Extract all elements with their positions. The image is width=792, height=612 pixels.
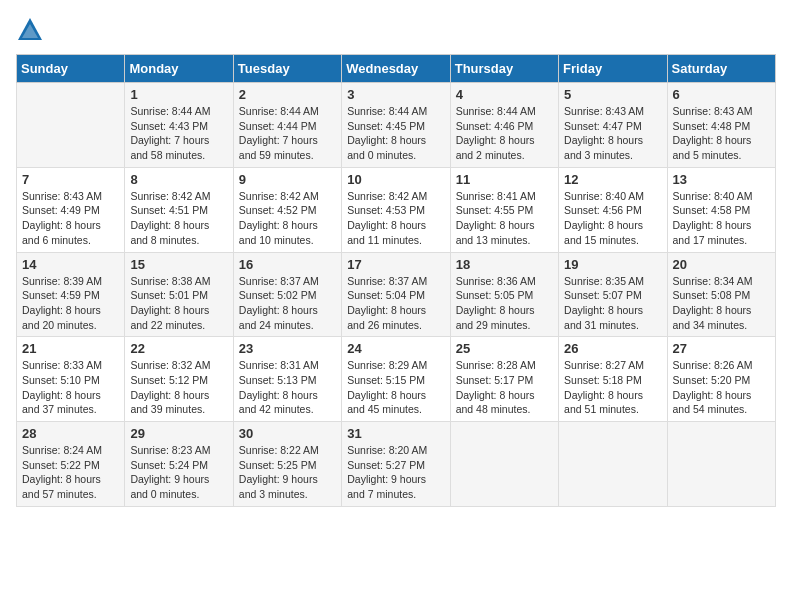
day-number: 21 bbox=[22, 341, 119, 356]
logo bbox=[16, 16, 48, 44]
page-header bbox=[16, 16, 776, 44]
day-info: Sunrise: 8:28 AM Sunset: 5:17 PM Dayligh… bbox=[456, 358, 553, 417]
calendar-cell: 9Sunrise: 8:42 AM Sunset: 4:52 PM Daylig… bbox=[233, 167, 341, 252]
calendar-cell: 25Sunrise: 8:28 AM Sunset: 5:17 PM Dayli… bbox=[450, 337, 558, 422]
calendar-cell: 29Sunrise: 8:23 AM Sunset: 5:24 PM Dayli… bbox=[125, 422, 233, 507]
calendar-week-row: 14Sunrise: 8:39 AM Sunset: 4:59 PM Dayli… bbox=[17, 252, 776, 337]
day-number: 23 bbox=[239, 341, 336, 356]
calendar-cell: 14Sunrise: 8:39 AM Sunset: 4:59 PM Dayli… bbox=[17, 252, 125, 337]
day-info: Sunrise: 8:27 AM Sunset: 5:18 PM Dayligh… bbox=[564, 358, 661, 417]
day-number: 31 bbox=[347, 426, 444, 441]
calendar-cell: 18Sunrise: 8:36 AM Sunset: 5:05 PM Dayli… bbox=[450, 252, 558, 337]
day-info: Sunrise: 8:43 AM Sunset: 4:49 PM Dayligh… bbox=[22, 189, 119, 248]
calendar-cell: 11Sunrise: 8:41 AM Sunset: 4:55 PM Dayli… bbox=[450, 167, 558, 252]
calendar-header: SundayMondayTuesdayWednesdayThursdayFrid… bbox=[17, 55, 776, 83]
calendar-week-row: 28Sunrise: 8:24 AM Sunset: 5:22 PM Dayli… bbox=[17, 422, 776, 507]
day-number: 11 bbox=[456, 172, 553, 187]
day-number: 20 bbox=[673, 257, 770, 272]
calendar-table: SundayMondayTuesdayWednesdayThursdayFrid… bbox=[16, 54, 776, 507]
calendar-cell: 28Sunrise: 8:24 AM Sunset: 5:22 PM Dayli… bbox=[17, 422, 125, 507]
day-number: 25 bbox=[456, 341, 553, 356]
day-info: Sunrise: 8:44 AM Sunset: 4:45 PM Dayligh… bbox=[347, 104, 444, 163]
calendar-cell: 15Sunrise: 8:38 AM Sunset: 5:01 PM Dayli… bbox=[125, 252, 233, 337]
day-info: Sunrise: 8:44 AM Sunset: 4:44 PM Dayligh… bbox=[239, 104, 336, 163]
calendar-cell: 20Sunrise: 8:34 AM Sunset: 5:08 PM Dayli… bbox=[667, 252, 775, 337]
day-info: Sunrise: 8:29 AM Sunset: 5:15 PM Dayligh… bbox=[347, 358, 444, 417]
calendar-cell: 4Sunrise: 8:44 AM Sunset: 4:46 PM Daylig… bbox=[450, 83, 558, 168]
calendar-cell: 22Sunrise: 8:32 AM Sunset: 5:12 PM Dayli… bbox=[125, 337, 233, 422]
day-info: Sunrise: 8:33 AM Sunset: 5:10 PM Dayligh… bbox=[22, 358, 119, 417]
day-number: 2 bbox=[239, 87, 336, 102]
day-number: 6 bbox=[673, 87, 770, 102]
day-number: 28 bbox=[22, 426, 119, 441]
day-number: 16 bbox=[239, 257, 336, 272]
weekday-header: Friday bbox=[559, 55, 667, 83]
day-info: Sunrise: 8:42 AM Sunset: 4:53 PM Dayligh… bbox=[347, 189, 444, 248]
day-info: Sunrise: 8:34 AM Sunset: 5:08 PM Dayligh… bbox=[673, 274, 770, 333]
day-info: Sunrise: 8:37 AM Sunset: 5:02 PM Dayligh… bbox=[239, 274, 336, 333]
day-info: Sunrise: 8:20 AM Sunset: 5:27 PM Dayligh… bbox=[347, 443, 444, 502]
calendar-cell: 8Sunrise: 8:42 AM Sunset: 4:51 PM Daylig… bbox=[125, 167, 233, 252]
calendar-body: 1Sunrise: 8:44 AM Sunset: 4:43 PM Daylig… bbox=[17, 83, 776, 507]
calendar-cell: 6Sunrise: 8:43 AM Sunset: 4:48 PM Daylig… bbox=[667, 83, 775, 168]
day-info: Sunrise: 8:44 AM Sunset: 4:46 PM Dayligh… bbox=[456, 104, 553, 163]
calendar-cell: 3Sunrise: 8:44 AM Sunset: 4:45 PM Daylig… bbox=[342, 83, 450, 168]
day-number: 8 bbox=[130, 172, 227, 187]
calendar-cell: 19Sunrise: 8:35 AM Sunset: 5:07 PM Dayli… bbox=[559, 252, 667, 337]
weekday-header: Saturday bbox=[667, 55, 775, 83]
day-number: 17 bbox=[347, 257, 444, 272]
day-number: 19 bbox=[564, 257, 661, 272]
day-number: 14 bbox=[22, 257, 119, 272]
day-info: Sunrise: 8:24 AM Sunset: 5:22 PM Dayligh… bbox=[22, 443, 119, 502]
day-number: 7 bbox=[22, 172, 119, 187]
day-info: Sunrise: 8:38 AM Sunset: 5:01 PM Dayligh… bbox=[130, 274, 227, 333]
day-info: Sunrise: 8:36 AM Sunset: 5:05 PM Dayligh… bbox=[456, 274, 553, 333]
calendar-cell: 10Sunrise: 8:42 AM Sunset: 4:53 PM Dayli… bbox=[342, 167, 450, 252]
day-number: 12 bbox=[564, 172, 661, 187]
calendar-cell: 27Sunrise: 8:26 AM Sunset: 5:20 PM Dayli… bbox=[667, 337, 775, 422]
calendar-cell: 17Sunrise: 8:37 AM Sunset: 5:04 PM Dayli… bbox=[342, 252, 450, 337]
calendar-cell bbox=[17, 83, 125, 168]
day-info: Sunrise: 8:42 AM Sunset: 4:51 PM Dayligh… bbox=[130, 189, 227, 248]
day-number: 1 bbox=[130, 87, 227, 102]
day-info: Sunrise: 8:44 AM Sunset: 4:43 PM Dayligh… bbox=[130, 104, 227, 163]
calendar-cell: 26Sunrise: 8:27 AM Sunset: 5:18 PM Dayli… bbox=[559, 337, 667, 422]
calendar-cell: 12Sunrise: 8:40 AM Sunset: 4:56 PM Dayli… bbox=[559, 167, 667, 252]
logo-icon bbox=[16, 16, 44, 44]
day-number: 29 bbox=[130, 426, 227, 441]
calendar-cell: 2Sunrise: 8:44 AM Sunset: 4:44 PM Daylig… bbox=[233, 83, 341, 168]
weekday-header: Sunday bbox=[17, 55, 125, 83]
calendar-week-row: 1Sunrise: 8:44 AM Sunset: 4:43 PM Daylig… bbox=[17, 83, 776, 168]
day-info: Sunrise: 8:40 AM Sunset: 4:56 PM Dayligh… bbox=[564, 189, 661, 248]
weekday-header: Thursday bbox=[450, 55, 558, 83]
calendar-week-row: 21Sunrise: 8:33 AM Sunset: 5:10 PM Dayli… bbox=[17, 337, 776, 422]
day-info: Sunrise: 8:22 AM Sunset: 5:25 PM Dayligh… bbox=[239, 443, 336, 502]
day-number: 18 bbox=[456, 257, 553, 272]
calendar-cell: 1Sunrise: 8:44 AM Sunset: 4:43 PM Daylig… bbox=[125, 83, 233, 168]
calendar-cell bbox=[450, 422, 558, 507]
day-number: 15 bbox=[130, 257, 227, 272]
day-info: Sunrise: 8:23 AM Sunset: 5:24 PM Dayligh… bbox=[130, 443, 227, 502]
day-number: 4 bbox=[456, 87, 553, 102]
calendar-cell: 5Sunrise: 8:43 AM Sunset: 4:47 PM Daylig… bbox=[559, 83, 667, 168]
calendar-cell bbox=[559, 422, 667, 507]
day-number: 3 bbox=[347, 87, 444, 102]
day-info: Sunrise: 8:42 AM Sunset: 4:52 PM Dayligh… bbox=[239, 189, 336, 248]
calendar-cell: 24Sunrise: 8:29 AM Sunset: 5:15 PM Dayli… bbox=[342, 337, 450, 422]
day-info: Sunrise: 8:40 AM Sunset: 4:58 PM Dayligh… bbox=[673, 189, 770, 248]
day-number: 27 bbox=[673, 341, 770, 356]
calendar-cell: 21Sunrise: 8:33 AM Sunset: 5:10 PM Dayli… bbox=[17, 337, 125, 422]
calendar-cell: 23Sunrise: 8:31 AM Sunset: 5:13 PM Dayli… bbox=[233, 337, 341, 422]
weekday-header: Wednesday bbox=[342, 55, 450, 83]
day-number: 22 bbox=[130, 341, 227, 356]
day-info: Sunrise: 8:43 AM Sunset: 4:48 PM Dayligh… bbox=[673, 104, 770, 163]
day-info: Sunrise: 8:37 AM Sunset: 5:04 PM Dayligh… bbox=[347, 274, 444, 333]
weekday-header: Tuesday bbox=[233, 55, 341, 83]
weekday-header: Monday bbox=[125, 55, 233, 83]
calendar-cell: 31Sunrise: 8:20 AM Sunset: 5:27 PM Dayli… bbox=[342, 422, 450, 507]
day-info: Sunrise: 8:31 AM Sunset: 5:13 PM Dayligh… bbox=[239, 358, 336, 417]
day-number: 5 bbox=[564, 87, 661, 102]
day-info: Sunrise: 8:43 AM Sunset: 4:47 PM Dayligh… bbox=[564, 104, 661, 163]
day-number: 30 bbox=[239, 426, 336, 441]
day-info: Sunrise: 8:41 AM Sunset: 4:55 PM Dayligh… bbox=[456, 189, 553, 248]
